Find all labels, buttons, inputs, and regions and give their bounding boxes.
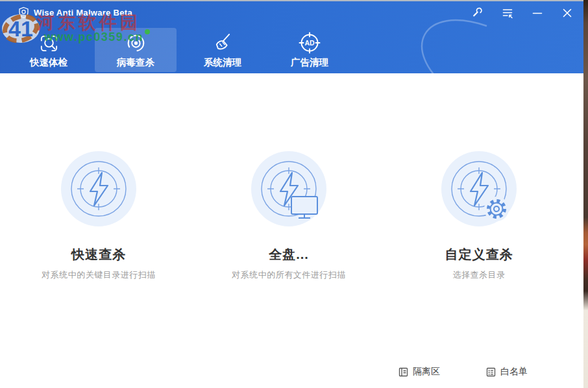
full-scan-icon [251,151,326,226]
quick-scan-icon [61,151,136,226]
virus-target-icon [124,29,148,55]
option-title: 自定义查杀 [401,246,557,263]
option-custom-scan[interactable]: 自定义查杀 选择查杀目录 [401,151,557,281]
window-top-edge [0,0,583,1]
desktop-background-strip [583,0,588,388]
whitelist-button[interactable]: 白名单 [485,366,528,378]
close-button[interactable] [561,6,573,19]
tab-quick-checkup[interactable]: 快速体检 [8,28,90,72]
option-full-scan[interactable]: 全盘... 对系统中的所有文件进行扫描 [211,151,367,281]
tab-label: 系统清理 [204,56,241,69]
tab-label: 广告清理 [291,56,328,69]
ad-target-icon: AD [298,29,321,55]
wise-anti-malware-window: Wise Anti Malware Beta [0,0,583,388]
option-quick-scan[interactable]: 快速查杀 对系统中的关键目录进行扫描 [21,151,177,281]
footer-links: 隔离区 白名单 [398,366,528,378]
menu-icon [502,7,513,19]
whitelist-icon [485,367,496,378]
tab-system-clean[interactable]: 系统清理 [182,28,263,72]
tab-label: 病毒查杀 [117,56,154,69]
ad-icon-text: AD [304,39,315,47]
wrench-icon [471,6,484,19]
broom-icon [212,29,234,55]
header-bar: Wise Anti Malware Beta [0,0,583,73]
support-tools-button[interactable] [471,6,484,19]
option-subtitle: 对系统中的关键目录进行扫描 [21,269,177,281]
main-menu-button[interactable] [501,6,513,19]
quarantine-label: 隔离区 [413,366,440,378]
shield-logo-icon [18,6,29,18]
custom-scan-icon [441,151,517,226]
app-title: Wise Anti Malware Beta [34,8,132,18]
titlebar: Wise Anti Malware Beta [18,6,132,18]
tab-label: 快速体检 [30,56,67,69]
option-title: 快速查杀 [21,246,177,263]
tab-ad-clean[interactable]: AD 广告清理 [269,28,350,72]
minimize-icon [532,7,543,19]
notification-dot [145,29,150,34]
whitelist-label: 白名单 [500,366,528,378]
close-icon [561,7,573,19]
quarantine-icon [398,367,409,378]
minimize-button[interactable] [531,6,543,19]
quarantine-button[interactable]: 隔离区 [398,366,440,378]
option-title: 全盘... [211,246,367,263]
tab-virus-scan[interactable]: 病毒查杀 [95,28,177,72]
window-controls [471,6,573,19]
scan-search-icon [38,29,60,55]
nav-tabs: 快速体检 病毒查杀 [8,28,350,72]
gear-icon [484,197,509,221]
option-subtitle: 选择查杀目录 [401,269,557,281]
app-window: Wise Anti Malware Beta [0,0,588,388]
option-subtitle: 对系统中的所有文件进行扫描 [211,269,367,281]
